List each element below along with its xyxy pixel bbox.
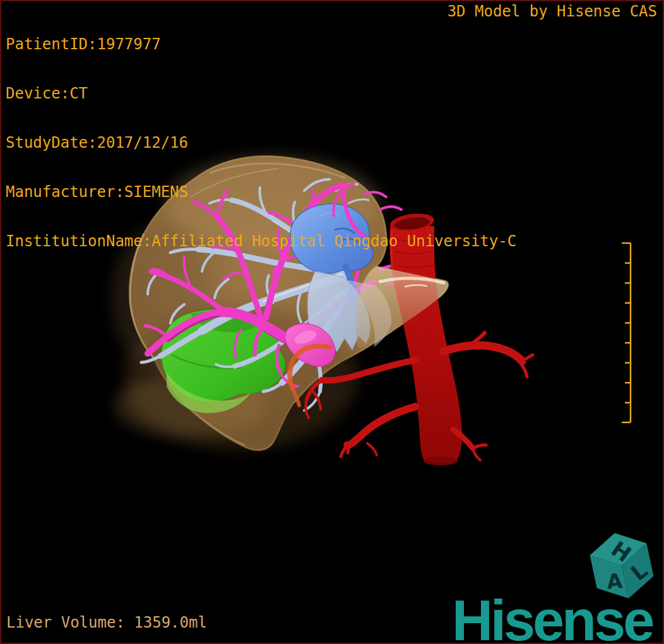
- viewer-title: 3D Model by Hisense CAS: [448, 3, 657, 20]
- scale-label: 1cm: [610, 426, 640, 444]
- patient-id: PatientID:1977977: [6, 36, 516, 52]
- liver-volume-readout: Liver Volume: 1359.0ml: [6, 614, 207, 631]
- scale-bar: 1cm: [610, 243, 640, 444]
- patient-info-block: PatientID:1977977 Device:CT StudyDate:20…: [6, 3, 516, 282]
- device: Device:CT: [6, 85, 516, 102]
- study-date: StudyDate:2017/12/16: [6, 134, 516, 151]
- institution-name: InstitutionName:Affiliated Hospital Qing…: [6, 233, 516, 249]
- hisense-wordmark: Hisense: [452, 588, 652, 644]
- cas-viewer: 1cm H A L PatientID:1977977 Device:CT St…: [0, 0, 664, 644]
- manufacturer: Manufacturer:SIEMENS: [6, 184, 516, 200]
